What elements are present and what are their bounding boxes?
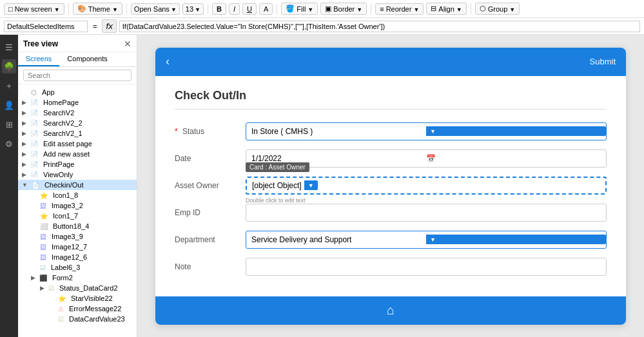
- status-chevron[interactable]: [426, 126, 606, 136]
- asset-owner-select[interactable]: [object Object]: [246, 177, 607, 195]
- tree-item-form2[interactable]: ▶⬛Form2: [18, 273, 137, 283]
- fx-button[interactable]: fx: [102, 19, 116, 33]
- emp-id-input[interactable]: [246, 204, 607, 222]
- tree-item-searchv2_1[interactable]: ▶📄SearchV2_1: [18, 128, 137, 139]
- tree-label-button18_4: Button18_4: [53, 222, 89, 230]
- tree-item-image3_9[interactable]: 🖼Image3_9: [18, 231, 137, 242]
- calendar-icon[interactable]: 📅: [426, 154, 601, 163]
- tree-arrow-searchv2_1[interactable]: ▶: [22, 130, 26, 137]
- tree-item-datacardvalue23[interactable]: ☑DataCardValue23: [18, 314, 137, 324]
- theme-button[interactable]: 🎨 Theme: [73, 3, 122, 15]
- back-button[interactable]: ‹: [166, 55, 170, 68]
- search-input[interactable]: [23, 70, 132, 81]
- new-screen-button[interactable]: □ New screen: [4, 3, 64, 15]
- sidebar-icon-data[interactable]: ⊞: [2, 117, 16, 131]
- tree-item-icon1_8[interactable]: ⭐Icon1_8: [18, 190, 137, 200]
- tree-arrow-searchv2[interactable]: ▶: [22, 110, 26, 116]
- new-screen-icon: □: [8, 5, 13, 13]
- bold-button[interactable]: B: [212, 3, 226, 15]
- tree-arrow-edit_asset_page[interactable]: ▶: [22, 140, 26, 147]
- sidebar-icon-menu[interactable]: ☰: [2, 40, 16, 54]
- tree-icon-icon1_8: ⭐: [40, 192, 48, 199]
- tree-item-printpage[interactable]: ▶📄PrintPage: [18, 159, 137, 169]
- tab-screens[interactable]: Screens: [18, 52, 59, 66]
- emp-id-control: [246, 204, 607, 222]
- tree-arrow-viewonly[interactable]: ▶: [22, 171, 26, 178]
- strikethrough-button[interactable]: A: [259, 3, 273, 15]
- tree-item-status_datacard2[interactable]: ▶☑Status_DataCard2: [18, 283, 137, 293]
- tree-label-status_datacard2: Status_DataCard2: [59, 284, 118, 292]
- dbl-click-hint: Double click to edit text: [246, 197, 306, 204]
- tree-arrow-checkinout[interactable]: ▼: [22, 182, 28, 188]
- tree-label-edit_asset_page: Edit asset page: [43, 140, 92, 148]
- tree-icon-image12_6: 🖼: [40, 254, 46, 261]
- emp-id-label: Emp ID: [175, 208, 246, 217]
- tree-item-app[interactable]: ⬡App: [18, 87, 137, 97]
- underline-button[interactable]: U: [242, 3, 257, 15]
- tree-arrow-status_datacard2[interactable]: ▶: [40, 285, 44, 291]
- tree-arrow-searchv2_2[interactable]: ▶: [22, 120, 26, 126]
- reorder-chevron: [413, 5, 419, 13]
- tree-item-button18_4[interactable]: ⬜Button18_4: [18, 221, 137, 231]
- font-dropdown[interactable]: Open Sans: [131, 3, 180, 15]
- theme-icon: 🎨: [77, 5, 86, 13]
- tree-label-starvisible22: StarVisible22: [71, 294, 113, 302]
- home-icon[interactable]: ⌂: [387, 303, 395, 318]
- tree-label-checkinout: Checkin/Out: [44, 181, 84, 189]
- asset-owner-wrapper: Card : Asset Owner [object Object] Doubl…: [246, 177, 607, 195]
- italic-button[interactable]: I: [229, 3, 240, 15]
- form-row-note: Note: [175, 258, 607, 276]
- font-size-dropdown[interactable]: 13: [182, 3, 204, 15]
- tree-label-add_new_asset: Add new asset: [43, 150, 90, 158]
- reorder-button[interactable]: ≡ Reorder: [375, 3, 424, 15]
- tree-label-image12_7: Image12_7: [52, 243, 87, 251]
- tree-icon-image3_9: 🖼: [40, 233, 46, 240]
- tree-arrow-homepage[interactable]: ▶: [22, 99, 26, 106]
- tree-item-starvisible22[interactable]: ⭐StarVisible22: [18, 293, 137, 303]
- tree-item-viewonly[interactable]: ▶📄ViewOnly: [18, 169, 137, 180]
- tree-icon-errormessage22: ⚠: [58, 305, 64, 313]
- tree-icon-button18_4: ⬜: [40, 223, 48, 230]
- tree-item-image12_7[interactable]: 🖼Image12_7: [18, 242, 137, 252]
- group-button[interactable]: ⬡ Group: [475, 3, 520, 15]
- submit-button[interactable]: Submit: [590, 57, 616, 66]
- formula-input[interactable]: [119, 21, 640, 32]
- sidebar-icon-plus[interactable]: +: [2, 79, 16, 93]
- tree-arrow-add_new_asset[interactable]: ▶: [22, 151, 26, 157]
- sidebar-icon-tree[interactable]: 🌳: [2, 59, 16, 73]
- tree-icon-viewonly: 📄: [30, 171, 38, 178]
- department-select[interactable]: Service Delivery and Support: [246, 231, 607, 249]
- tree-item-errormessage22[interactable]: ⚠ErrorMessage22: [18, 303, 137, 314]
- app-header: ‹ Submit: [155, 48, 626, 76]
- border-button[interactable]: ▣ Border: [320, 3, 367, 15]
- tree-arrow-form2[interactable]: ▶: [31, 274, 35, 281]
- align-chevron: [456, 5, 462, 13]
- sidebar-icon-person[interactable]: 👤: [2, 98, 16, 112]
- tree-item-label6_3[interactable]: ☑Label6_3: [18, 262, 137, 273]
- tree-item-icon1_7[interactable]: ⭐Icon1_7: [18, 211, 137, 221]
- toolbar: □ New screen 🎨 Theme Open Sans 13 B I U …: [0, 0, 644, 18]
- sidebar-icon-settings[interactable]: ⚙: [2, 137, 16, 151]
- department-chevron[interactable]: [426, 235, 606, 244]
- tab-components[interactable]: Components: [59, 52, 115, 66]
- name-box[interactable]: [4, 21, 88, 32]
- tree-item-edit_asset_page[interactable]: ▶📄Edit asset page: [18, 139, 137, 149]
- asset-owner-chevron[interactable]: [304, 180, 318, 190]
- status-select[interactable]: In Store ( CMHS ): [246, 122, 607, 140]
- tree-label-app: App: [42, 88, 55, 96]
- align-button[interactable]: ⊟ Align: [426, 3, 466, 15]
- tree-item-searchv2[interactable]: ▶📄SearchV2: [18, 108, 137, 118]
- note-input[interactable]: [246, 258, 607, 276]
- tree-close-button[interactable]: ✕: [124, 39, 132, 49]
- tree-item-checkinout[interactable]: ▼📄Checkin/Out: [18, 180, 137, 190]
- tree-item-searchv2_2[interactable]: ▶📄SearchV2_2: [18, 118, 137, 128]
- status-label: * Status: [175, 127, 246, 136]
- tree-icon-image12_7: 🖼: [40, 244, 46, 251]
- fill-button[interactable]: 🪣 Fill: [281, 3, 318, 15]
- tree-item-add_new_asset[interactable]: ▶📄Add new asset: [18, 149, 137, 159]
- tree-item-image3_2[interactable]: 🖼Image3_2: [18, 200, 137, 211]
- tree-item-homepage[interactable]: ▶📄HomePage: [18, 97, 137, 108]
- tree-arrow-printpage[interactable]: ▶: [22, 161, 26, 168]
- tree-item-image12_6[interactable]: 🖼Image12_6: [18, 252, 137, 262]
- tree-icon-label6_3: ☑: [40, 264, 46, 271]
